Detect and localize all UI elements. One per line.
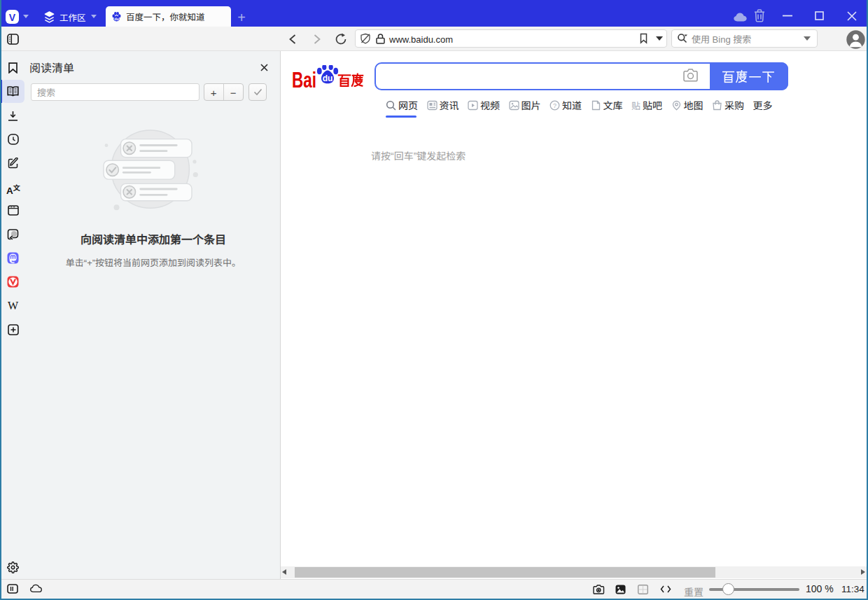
svg-text:Bai: Bai — [292, 67, 316, 89]
svg-text:du: du — [114, 16, 119, 20]
svg-text:?: ? — [553, 102, 556, 109]
svg-text:du: du — [323, 74, 333, 83]
